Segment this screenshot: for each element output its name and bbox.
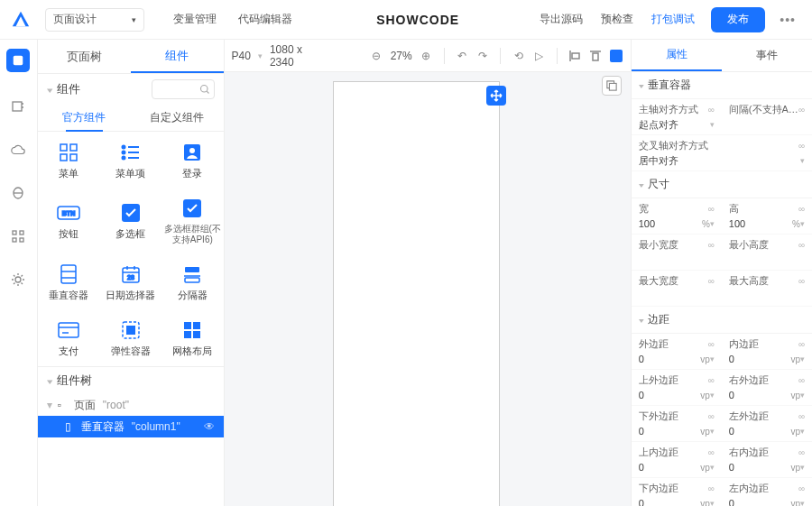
svg-rect-49 xyxy=(609,83,616,90)
rail-settings-icon[interactable] xyxy=(9,97,27,115)
component-divider[interactable]: 分隔器 xyxy=(161,253,224,309)
tree-row-column1[interactable]: ▯ 垂直容器 "column1" 👁 xyxy=(38,416,224,437)
svg-rect-0 xyxy=(14,56,23,66)
field-max-width[interactable]: 最大宽度∞ xyxy=(632,271,722,307)
rail-cloud-icon[interactable] xyxy=(9,141,27,159)
check-icon xyxy=(180,197,204,220)
align-left-icon[interactable] xyxy=(568,48,582,64)
ruler-icon[interactable] xyxy=(610,48,623,64)
tree-header[interactable]: ▾ 组件树 xyxy=(38,367,224,394)
publish-button[interactable]: 发布 xyxy=(711,7,765,32)
brand-title: SHOWCODE xyxy=(303,13,532,27)
more-menu-icon[interactable]: ••• xyxy=(774,13,801,27)
field-height[interactable]: 高∞%▾ xyxy=(722,198,812,235)
field-cross-axis[interactable]: 交叉轴对齐方式∞ ▾ xyxy=(632,135,812,171)
top-link-precheck[interactable]: 预检查 xyxy=(594,12,641,27)
svg-rect-45 xyxy=(572,53,579,59)
component-menu[interactable]: 菜单 xyxy=(38,132,100,188)
component-checkbox-group[interactable]: 多选框群组(不支持API6) xyxy=(161,188,224,253)
canvas[interactable] xyxy=(225,72,631,506)
components-header[interactable]: ▾ 组件 xyxy=(38,74,224,105)
field-main-axis[interactable]: 主轴对齐方式∞ ▾ xyxy=(632,99,722,135)
zoom-out-icon[interactable]: ⊖ xyxy=(370,48,383,64)
field-right-outer[interactable]: 右外边距∞vp▾ xyxy=(722,370,812,406)
tab-page-tree[interactable]: 页面树 xyxy=(38,40,131,73)
field-left-outer[interactable]: 左外边距∞vp▾ xyxy=(722,406,812,442)
component-vcontainer[interactable]: 垂直容器 xyxy=(38,253,100,309)
app-logo xyxy=(11,10,31,30)
canvas-toolbar: P40 ▾ 1080 x 2340 ⊖ 27% ⊕ ↶ ↷ ⟲ ▷ xyxy=(225,40,631,72)
component-pay[interactable]: 支付 xyxy=(38,310,100,366)
field-bottom-inner[interactable]: 下内边距∞vp▾ xyxy=(632,478,722,506)
field-inner-margin[interactable]: 内边距∞vp▾ xyxy=(722,334,812,370)
mode-select[interactable]: 页面设计 ▾ xyxy=(45,8,144,32)
field-bottom-outer[interactable]: 下外边距∞vp▾ xyxy=(632,406,722,442)
gridlayout-icon xyxy=(180,318,204,342)
svg-rect-11 xyxy=(70,154,77,161)
field-outer-margin[interactable]: 外边距∞vp▾ xyxy=(632,334,722,370)
calendar-icon: 28 xyxy=(119,262,143,286)
section-container[interactable]: ▾垂直容器 xyxy=(632,72,812,99)
tab-components[interactable]: 组件 xyxy=(131,40,224,73)
rail-layers-icon[interactable] xyxy=(6,49,30,72)
svg-rect-41 xyxy=(193,322,200,329)
subtab-official[interactable]: 官方组件 xyxy=(38,105,131,131)
container-icon: ▯ xyxy=(65,420,78,433)
rail-gear-icon[interactable] xyxy=(9,271,27,289)
zoom-in-icon[interactable]: ⊕ xyxy=(420,48,433,64)
svg-rect-43 xyxy=(193,331,200,338)
component-gridlayout[interactable]: 网格布局 xyxy=(161,310,224,366)
svg-rect-35 xyxy=(59,323,78,337)
device-rotate-icon[interactable]: ⟲ xyxy=(512,48,525,64)
main-axis-extra-input[interactable] xyxy=(729,118,805,131)
undo-icon[interactable]: ↶ xyxy=(455,48,468,64)
visibility-icon[interactable]: 👁 xyxy=(204,420,215,433)
link-icon: ∞ xyxy=(798,141,805,151)
component-datepicker[interactable]: 28日期选择器 xyxy=(99,253,161,309)
field-width[interactable]: 宽∞%▾ xyxy=(632,198,722,235)
search-icon xyxy=(199,84,210,95)
field-main-axis-extra[interactable]: 间隔(不支持A…∞ xyxy=(722,99,812,135)
top-link-debug[interactable]: 打包调试 xyxy=(644,12,702,27)
top-link-code[interactable]: 代码编辑器 xyxy=(227,12,303,27)
list-icon xyxy=(119,141,143,164)
subtab-custom[interactable]: 自定义组件 xyxy=(131,105,224,131)
field-max-height[interactable]: 最大高度∞ xyxy=(722,271,812,307)
top-link-export[interactable]: 导出源码 xyxy=(532,12,590,27)
component-checkbox[interactable]: 多选框 xyxy=(99,188,161,253)
main-axis-input[interactable] xyxy=(639,118,710,131)
component-login[interactable]: 登录 xyxy=(161,132,224,188)
component-button[interactable]: BTN按钮 xyxy=(38,188,100,253)
move-handle-icon[interactable] xyxy=(486,86,506,106)
section-size[interactable]: ▾尺寸 xyxy=(632,171,812,198)
tab-events[interactable]: 事件 xyxy=(722,40,812,71)
redo-icon[interactable]: ↷ xyxy=(475,48,489,64)
svg-point-14 xyxy=(122,151,125,153)
section-margin[interactable]: ▾边距 xyxy=(632,307,812,334)
flex-icon xyxy=(119,318,143,342)
rail-apps-icon[interactable] xyxy=(9,227,27,245)
rail-share-icon[interactable] xyxy=(9,184,27,202)
svg-rect-48 xyxy=(610,50,623,62)
play-icon[interactable]: ▷ xyxy=(532,48,546,64)
component-flex[interactable]: 弹性容器 xyxy=(99,310,161,366)
field-right-inner[interactable]: 右内边距∞vp▾ xyxy=(722,442,812,478)
tab-properties[interactable]: 属性 xyxy=(632,40,722,71)
tree-row-root[interactable]: ▾ ▫ 页面 "root" xyxy=(38,394,224,416)
device-frame[interactable] xyxy=(333,81,500,506)
field-left-inner[interactable]: 左内边距∞vp▾ xyxy=(722,478,812,506)
top-link-vars[interactable]: 变量管理 xyxy=(162,12,227,27)
copy-icon[interactable] xyxy=(602,76,622,96)
svg-point-7 xyxy=(200,86,208,93)
field-top-outer[interactable]: 上外边距∞vp▾ xyxy=(632,370,722,406)
component-menu-item[interactable]: 菜单项 xyxy=(99,132,161,188)
svg-text:BTN: BTN xyxy=(62,210,75,216)
component-tree: ▾ 组件树 ▾ ▫ 页面 "root" ▯ 垂直容器 "column1" 👁 xyxy=(38,366,224,506)
component-search[interactable] xyxy=(152,79,215,99)
field-min-height[interactable]: 最小高度∞ xyxy=(722,235,812,271)
cross-axis-input[interactable] xyxy=(639,154,800,167)
field-min-width[interactable]: 最小宽度∞ xyxy=(632,235,722,271)
device-name[interactable]: P40 xyxy=(232,50,251,62)
align-top-icon[interactable] xyxy=(589,48,603,64)
field-top-inner[interactable]: 上内边距∞vp▾ xyxy=(632,442,722,478)
